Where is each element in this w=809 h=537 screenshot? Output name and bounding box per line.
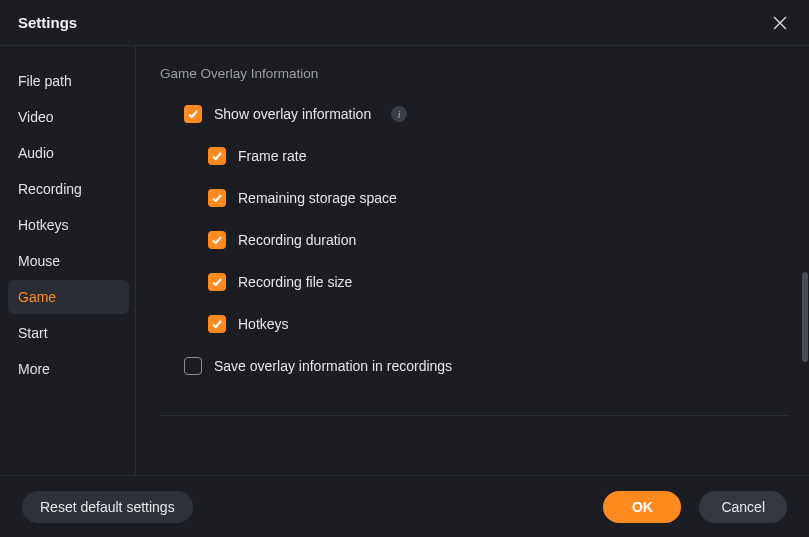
- close-icon: [773, 16, 787, 30]
- content-panel: Game Overlay Information Show overlay in…: [136, 46, 809, 475]
- sidebar: File path Video Audio Recording Hotkeys …: [0, 46, 136, 475]
- checkbox-frame-rate[interactable]: [208, 147, 226, 165]
- sidebar-item-mouse[interactable]: Mouse: [8, 244, 129, 278]
- check-icon: [187, 108, 199, 120]
- info-icon[interactable]: i: [391, 106, 407, 122]
- sidebar-item-video[interactable]: Video: [8, 100, 129, 134]
- sidebar-item-file-path[interactable]: File path: [8, 64, 129, 98]
- close-button[interactable]: [769, 12, 791, 34]
- label-frame-rate: Frame rate: [238, 148, 306, 164]
- check-icon: [211, 276, 223, 288]
- label-recording-duration: Recording duration: [238, 232, 356, 248]
- option-show-overlay: Show overlay information i: [160, 105, 789, 123]
- scrollbar-thumb[interactable]: [802, 272, 808, 362]
- sidebar-item-recording[interactable]: Recording: [8, 172, 129, 206]
- option-frame-rate: Frame rate: [160, 147, 789, 165]
- sidebar-item-game[interactable]: Game: [8, 280, 129, 314]
- option-remaining-storage: Remaining storage space: [160, 189, 789, 207]
- option-save-in-recordings: Save overlay information in recordings: [160, 357, 789, 375]
- dialog-body: File path Video Audio Recording Hotkeys …: [0, 46, 809, 475]
- option-recording-file-size: Recording file size: [160, 273, 789, 291]
- label-show-overlay: Show overlay information: [214, 106, 371, 122]
- footer-right: OK Cancel: [603, 491, 787, 523]
- divider: [160, 415, 789, 416]
- option-hotkeys: Hotkeys: [160, 315, 789, 333]
- option-recording-duration: Recording duration: [160, 231, 789, 249]
- label-hotkeys: Hotkeys: [238, 316, 289, 332]
- reset-button[interactable]: Reset default settings: [22, 491, 193, 523]
- checkbox-recording-duration[interactable]: [208, 231, 226, 249]
- ok-button[interactable]: OK: [603, 491, 681, 523]
- label-save-in-recordings: Save overlay information in recordings: [214, 358, 452, 374]
- label-remaining-storage: Remaining storage space: [238, 190, 397, 206]
- check-icon: [211, 318, 223, 330]
- titlebar: Settings: [0, 0, 809, 46]
- checkbox-show-overlay[interactable]: [184, 105, 202, 123]
- checkbox-recording-file-size[interactable]: [208, 273, 226, 291]
- section-title: Game Overlay Information: [160, 66, 789, 81]
- check-icon: [211, 192, 223, 204]
- checkbox-hotkeys[interactable]: [208, 315, 226, 333]
- sidebar-item-hotkeys[interactable]: Hotkeys: [8, 208, 129, 242]
- label-recording-file-size: Recording file size: [238, 274, 352, 290]
- checkbox-save-in-recordings[interactable]: [184, 357, 202, 375]
- footer: Reset default settings OK Cancel: [0, 475, 809, 537]
- cancel-button[interactable]: Cancel: [699, 491, 787, 523]
- check-icon: [211, 234, 223, 246]
- checkbox-remaining-storage[interactable]: [208, 189, 226, 207]
- sidebar-item-audio[interactable]: Audio: [8, 136, 129, 170]
- check-icon: [211, 150, 223, 162]
- sidebar-item-start[interactable]: Start: [8, 316, 129, 350]
- sidebar-item-more[interactable]: More: [8, 352, 129, 386]
- window-title: Settings: [18, 14, 77, 31]
